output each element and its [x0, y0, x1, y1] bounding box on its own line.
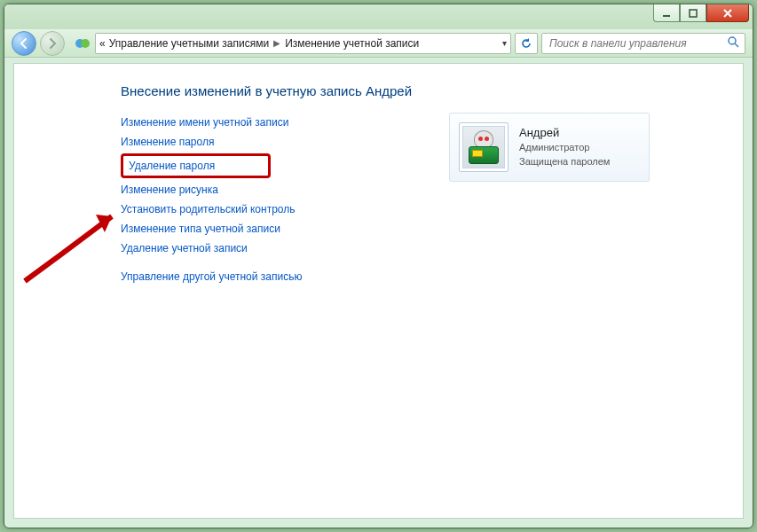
window-frame: « Управление учетными записями ▶ Изменен… [4, 4, 753, 528]
link-delete-account[interactable]: Удаление учетной записи [121, 239, 405, 258]
breadcrumb-part1[interactable]: Управление учетными записями [109, 37, 269, 50]
window-controls [653, 4, 749, 22]
control-panel-icon [74, 35, 91, 52]
svg-line-5 [735, 43, 738, 47]
link-change-password[interactable]: Изменение пароля [121, 132, 405, 152]
close-icon [722, 7, 734, 20]
arrow-right-icon [46, 37, 59, 50]
user-status: Защищена паролем [519, 154, 610, 168]
svg-point-4 [729, 37, 736, 44]
minimize-button[interactable] [653, 4, 680, 22]
breadcrumb-prefix: « [99, 37, 106, 50]
robot-icon [462, 126, 505, 168]
chevron-right-icon: ▶ [273, 38, 280, 48]
link-change-picture[interactable]: Изменение рисунка [121, 180, 405, 200]
chevron-down-icon[interactable]: ▾ [502, 38, 507, 48]
breadcrumb[interactable]: « Управление учетными записями ▶ Изменен… [95, 33, 511, 54]
nav-forward-button[interactable] [40, 31, 65, 56]
avatar [459, 122, 509, 172]
close-button[interactable] [706, 4, 749, 22]
svg-rect-0 [663, 15, 670, 17]
search-input[interactable] [548, 36, 739, 51]
link-manage-other[interactable]: Управление другой учетной записью [121, 267, 405, 286]
refresh-button[interactable] [515, 33, 538, 54]
page-title: Внесение изменений в учетную запись Андр… [121, 83, 743, 98]
content-area: Внесение изменений в учетную запись Андр… [13, 63, 744, 519]
user-info: Андрей Администратор Защищена паролем [519, 126, 610, 168]
link-delete-password[interactable]: Удаление пароля [129, 158, 215, 174]
refresh-icon [520, 37, 532, 50]
action-links: Изменение имени учетной записи Изменение… [121, 113, 405, 286]
maximize-button[interactable] [680, 4, 706, 22]
search-box[interactable] [541, 33, 745, 54]
svg-point-3 [81, 39, 90, 48]
minimize-icon [661, 8, 672, 19]
arrow-left-icon [18, 37, 30, 50]
maximize-icon [688, 8, 698, 19]
user-role: Администратор [519, 140, 610, 154]
highlight-box: Удаление пароля [121, 153, 271, 178]
breadcrumb-part2[interactable]: Изменение учетной записи [285, 37, 419, 50]
link-change-type[interactable]: Изменение типа учетной записи [121, 219, 405, 239]
svg-rect-1 [690, 10, 697, 17]
user-name: Андрей [519, 126, 610, 140]
user-card: Андрей Администратор Защищена паролем [449, 113, 650, 182]
titlebar[interactable] [4, 4, 753, 29]
search-icon[interactable] [728, 36, 739, 51]
navbar: « Управление учетными записями ▶ Изменен… [4, 29, 753, 58]
link-parental-control[interactable]: Установить родительский контроль [121, 200, 405, 219]
nav-back-button[interactable] [12, 31, 36, 56]
link-change-name[interactable]: Изменение имени учетной записи [121, 113, 405, 132]
